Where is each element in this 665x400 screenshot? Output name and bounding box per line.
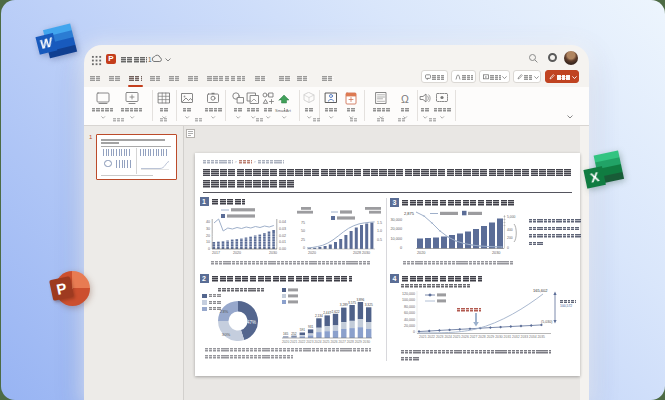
svg-text:0: 0 [413, 330, 415, 334]
svg-text:2021 2022 2023 2024 2025 2026: 2021 2022 2023 2024 2025 2026 2027 2028 … [419, 335, 546, 339]
svg-text:0: 0 [507, 246, 509, 250]
svg-text:20: 20 [206, 234, 210, 238]
svg-text:20,000: 20,000 [390, 227, 402, 231]
svg-text:2,447: 2,447 [323, 311, 331, 315]
svg-text:3,896: 3,896 [356, 298, 364, 302]
svg-text:2,134: 2,134 [315, 314, 323, 318]
svg-text:0.03: 0.03 [279, 227, 286, 231]
svg-text:40: 40 [206, 220, 210, 224]
svg-text:100,000: 100,000 [402, 298, 415, 302]
svg-text:1.0: 1.0 [377, 229, 382, 233]
svg-text:40,000: 40,000 [404, 318, 415, 322]
svg-text:165,602: 165,602 [533, 288, 548, 293]
svg-text:2020: 2020 [233, 251, 241, 255]
svg-text:931: 931 [308, 325, 314, 329]
svg-text:252: 252 [291, 332, 297, 336]
svg-text:30,000: 30,000 [390, 218, 402, 222]
svg-text:0.04: 0.04 [279, 220, 286, 224]
svg-text:(5,030): (5,030) [541, 320, 552, 324]
svg-text:23%: 23% [220, 309, 229, 314]
svg-text:47%: 47% [247, 320, 256, 325]
svg-text:2030: 2030 [492, 251, 500, 255]
svg-text:80,000: 80,000 [404, 305, 415, 309]
svg-text:20,000: 20,000 [404, 324, 415, 328]
svg-text:2020: 2020 [308, 251, 316, 255]
svg-text:60,000: 60,000 [404, 311, 415, 315]
svg-text:165: 165 [283, 332, 289, 336]
svg-text:5,000: 5,000 [507, 215, 516, 219]
svg-text:3,289: 3,289 [340, 303, 348, 307]
svg-text:0: 0 [208, 247, 210, 251]
svg-text:10,000: 10,000 [390, 237, 402, 241]
svg-text:1.5: 1.5 [377, 221, 382, 225]
svg-text:2017: 2017 [212, 251, 220, 255]
svg-text:0.00: 0.00 [279, 247, 286, 251]
svg-text:2,875: 2,875 [404, 211, 415, 216]
svg-text:50: 50 [301, 229, 305, 233]
svg-text:2020 2021 2022 2023 2024 2025: 2020 2021 2022 2023 2024 2025 2026 2027 … [282, 340, 371, 344]
svg-text:591: 591 [300, 328, 306, 332]
svg-text:3,575: 3,575 [348, 301, 356, 305]
svg-text:3,325: 3,325 [365, 303, 373, 307]
svg-text:0.02: 0.02 [279, 234, 286, 238]
svg-text:75: 75 [301, 221, 305, 225]
svg-text:25: 25 [301, 238, 305, 242]
svg-text:0.01: 0.01 [279, 240, 286, 244]
svg-text:2028 2030: 2028 2030 [353, 251, 370, 255]
svg-text:2,622: 2,622 [332, 310, 340, 314]
svg-text:30: 30 [206, 227, 210, 231]
svg-text:2020: 2020 [417, 251, 425, 255]
svg-text:2030: 2030 [269, 251, 277, 255]
svg-text:0.5: 0.5 [377, 238, 382, 242]
svg-text:10: 10 [206, 240, 210, 244]
svg-text:Ω: Ω [401, 93, 409, 105]
svg-text:30%: 30% [222, 332, 231, 337]
svg-text:0: 0 [400, 246, 402, 250]
svg-text:0: 0 [303, 246, 305, 250]
svg-text:120,000: 120,000 [402, 292, 415, 296]
